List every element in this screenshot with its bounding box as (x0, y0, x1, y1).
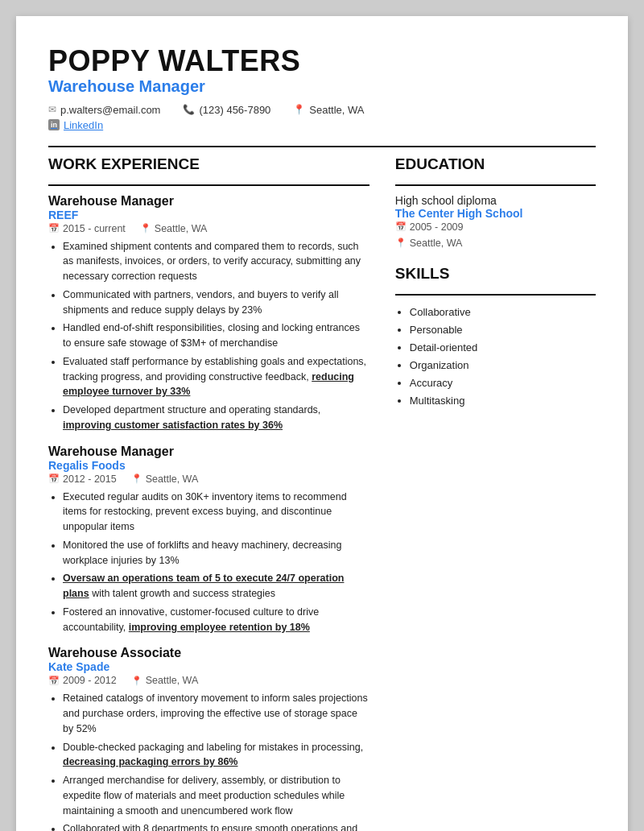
job-2-years: 📅 2012 - 2015 (48, 473, 117, 485)
phone-value: (123) 456-7890 (199, 104, 270, 116)
edu-years: 📅 2005 - 2009 (395, 221, 464, 233)
bullet-item: Examined shipment contents and compared … (63, 239, 369, 284)
edu-years-value: 2005 - 2009 (410, 221, 464, 233)
location-icon: 📍 (293, 104, 305, 115)
bullet-item: Fostered an innovative, customer-focused… (63, 605, 369, 635)
location-icon-2: 📍 (131, 473, 142, 484)
phone-item: 📞 (123) 456-7890 (183, 104, 270, 116)
linkedin-row: in LinkedIn (48, 119, 596, 131)
location-icon-edu: 📍 (395, 238, 407, 248)
job-3-location: 📍 Seattle, WA (131, 675, 199, 686)
job-1-company: REEF (48, 209, 369, 221)
edu-divider (395, 184, 596, 186)
job-2-meta: 📅 2012 - 2015 📍 Seattle, WA (48, 473, 369, 485)
highlight-text: reducing employee turnover by 33% (63, 371, 354, 398)
header-divider (48, 146, 596, 147)
education-section: EDUCATION High school diploma The Center… (395, 155, 596, 249)
right-column: EDUCATION High school diploma The Center… (395, 155, 596, 831)
skill-item: Detail-oriented (410, 339, 596, 357)
job-2-location: 📍 Seattle, WA (131, 473, 199, 485)
edu-degree: High school diploma (395, 194, 596, 207)
job-1-location: 📍 Seattle, WA (140, 223, 208, 234)
bullet-item: Collaborated with 8 departments to ensur… (63, 821, 369, 831)
job-1-meta: 📅 2015 - current 📍 Seattle, WA (48, 223, 369, 234)
job-2-bullets: Executed regular audits on 30K+ inventor… (48, 490, 369, 635)
left-column: WORK EXPERIENCE Warehouse Manager REEF 📅… (48, 155, 369, 831)
location-icon-3: 📍 (131, 676, 142, 686)
edu-location-value: Seattle, WA (410, 238, 463, 249)
header-section: POPPY WALTERS Warehouse Manager ✉ p.walt… (48, 45, 596, 131)
job-3-bullets: Retained catalogs of inventory movement … (48, 691, 369, 831)
calendar-icon-edu: 📅 (395, 221, 407, 232)
email-value: p.walters@email.com (60, 104, 160, 116)
bullet-item: Evaluated staff performance by establish… (63, 354, 369, 399)
skills-divider (395, 294, 596, 296)
highlight-text: decreasing packaging errors by 86% (63, 756, 237, 767)
calendar-icon-2: 📅 (48, 473, 60, 484)
job-1-bullets: Examined shipment contents and compared … (48, 239, 369, 433)
bullet-item: Arranged merchandise for delivery, assem… (63, 773, 369, 818)
work-experience-title: WORK EXPERIENCE (48, 155, 369, 173)
calendar-icon-1: 📅 (48, 223, 60, 234)
email-icon: ✉ (48, 104, 56, 115)
skill-item: Multitasking (410, 392, 596, 410)
main-content: WORK EXPERIENCE Warehouse Manager REEF 📅… (48, 155, 596, 831)
skill-item: Accuracy (410, 374, 596, 392)
bullet-item: Executed regular audits on 30K+ inventor… (63, 490, 369, 535)
job-1: Warehouse Manager REEF 📅 2015 - current … (48, 194, 369, 433)
linkedin-label: LinkedIn (64, 119, 103, 131)
skills-title: SKILLS (395, 265, 596, 283)
skill-item: Collaborative (410, 304, 596, 321)
work-divider (48, 184, 369, 186)
location-item: 📍 Seattle, WA (293, 104, 364, 116)
skill-item: Organization (410, 357, 596, 374)
education-title: EDUCATION (395, 155, 596, 173)
bullet-item: Developed department structure and opera… (63, 403, 369, 433)
bullet-item: Double-checked packaging and labeling fo… (63, 740, 369, 771)
job-2-title: Warehouse Manager (48, 444, 369, 459)
contact-row: ✉ p.walters@email.com 📞 (123) 456-7890 📍… (48, 104, 596, 116)
resume-container: POPPY WALTERS Warehouse Manager ✉ p.walt… (16, 16, 628, 831)
bullet-item: Oversaw an operations team of 5 to execu… (63, 571, 369, 602)
calendar-icon-3: 📅 (48, 676, 60, 686)
bullet-item: Communicated with partners, vendors, and… (63, 287, 369, 318)
job-3: Warehouse Associate Kate Spade 📅 2009 - … (48, 646, 369, 831)
linkedin-icon: in (48, 119, 60, 130)
job-3-title: Warehouse Associate (48, 646, 369, 660)
bullet-item: Retained catalogs of inventory movement … (63, 691, 369, 736)
highlight-text: improving customer satisfaction rates by… (63, 420, 283, 431)
job-1-title: Warehouse Manager (48, 194, 369, 209)
highlight-text: Oversaw an operations team of 5 to execu… (63, 573, 344, 599)
job-3-meta: 📅 2009 - 2012 📍 Seattle, WA (48, 675, 369, 686)
location-icon-1: 📍 (140, 223, 151, 234)
edu-school: The Center High School (395, 207, 596, 220)
work-experience-section: WORK EXPERIENCE Warehouse Manager REEF 📅… (48, 155, 369, 831)
job-1-years: 📅 2015 - current (48, 223, 126, 234)
job-3-company: Kate Spade (48, 660, 369, 673)
edu-meta: 📅 2005 - 2009 (395, 221, 596, 233)
phone-icon: 📞 (183, 104, 195, 115)
bullet-item: Monitored the use of forklifts and heavy… (63, 538, 369, 568)
bullet-item: Handled end-of-shift responsibilities, c… (63, 320, 369, 351)
linkedin-link[interactable]: in LinkedIn (48, 119, 596, 131)
edu-location: 📍 Seattle, WA (395, 238, 463, 249)
edu-location-row: 📍 Seattle, WA (395, 238, 596, 249)
job-2-company: Regalis Foods (48, 459, 369, 472)
skill-item: Personable (410, 321, 596, 339)
job-2: Warehouse Manager Regalis Foods 📅 2012 -… (48, 444, 369, 635)
location-value: Seattle, WA (309, 104, 364, 116)
candidate-name: POPPY WALTERS (48, 45, 596, 77)
job-3-years: 📅 2009 - 2012 (48, 675, 117, 686)
email-item: ✉ p.walters@email.com (48, 104, 160, 116)
candidate-title: Warehouse Manager (48, 77, 596, 96)
highlight-text: improving employee retention by 18% (129, 622, 310, 633)
skills-section: SKILLS Collaborative Personable Detail-o… (395, 265, 596, 411)
skills-list: Collaborative Personable Detail-oriented… (395, 304, 596, 411)
